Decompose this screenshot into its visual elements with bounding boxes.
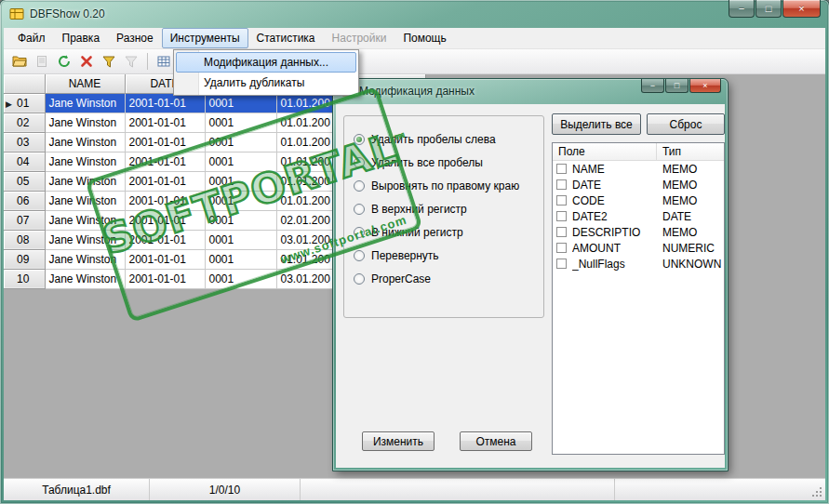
row-header[interactable]: 10 — [4, 269, 45, 288]
cell-date[interactable]: 2001-01-01 — [125, 210, 205, 230]
menu-statistics[interactable]: Статистика — [248, 28, 324, 48]
row-header[interactable]: 02 — [4, 113, 45, 132]
list-item[interactable]: DATEMEMO — [553, 177, 724, 192]
cell-code[interactable]: 0001 — [205, 171, 276, 191]
cell-name[interactable]: Jane Winston — [45, 191, 125, 210]
row-header[interactable]: 09 — [4, 249, 45, 269]
row-header[interactable]: ▶01 — [4, 93, 45, 113]
export-button[interactable] — [31, 51, 52, 72]
column-header-field[interactable]: Поле — [553, 143, 657, 160]
cell-name[interactable]: Jane Winston — [45, 93, 125, 113]
option-reverse[interactable]: Перевернуть — [344, 244, 543, 267]
cell-date[interactable]: 2001-01-01 — [125, 152, 205, 171]
list-item[interactable]: _NullFlagsUNKNOWN — [553, 256, 724, 272]
open-file-button[interactable] — [8, 51, 30, 72]
checkbox-icon[interactable] — [556, 243, 567, 253]
cell-code[interactable]: 0001 — [205, 249, 276, 269]
row-header[interactable]: 06 — [4, 191, 45, 210]
row-header[interactable]: 08 — [4, 230, 45, 249]
cancel-button[interactable]: Отмена — [460, 431, 532, 451]
list-item[interactable]: NAMEMEMO — [553, 161, 724, 177]
list-item[interactable]: AMOUNTNUMERIC — [553, 240, 724, 256]
option-propercase[interactable]: ProperCase — [344, 267, 543, 290]
select-all-button[interactable]: Выделить все — [552, 113, 641, 135]
cell-date[interactable]: 2001-01-01 — [125, 132, 205, 152]
cell-name[interactable]: Jane Winston — [45, 113, 125, 132]
cell-date[interactable]: 2001-01-01 — [125, 93, 205, 113]
column-header-type[interactable]: Тип — [657, 143, 724, 160]
dialog-maximize-button[interactable]: □ — [665, 79, 689, 93]
cell-name[interactable]: Jane Winston — [45, 132, 125, 152]
row-number: 09 — [17, 253, 29, 266]
checkbox-icon[interactable] — [556, 195, 567, 206]
table-structure-button[interactable] — [153, 51, 174, 72]
dialog-close-button[interactable]: × — [689, 79, 721, 93]
cell-date[interactable]: 2001-01-01 — [125, 191, 205, 210]
cell-code[interactable]: 0001 — [205, 132, 276, 152]
menu-settings[interactable]: Настройки — [324, 28, 395, 48]
toolbar-separator — [147, 53, 148, 70]
filter-clear-button[interactable] — [120, 51, 141, 72]
cell-code[interactable]: 0001 — [205, 93, 276, 113]
close-button[interactable]: × — [782, 0, 821, 18]
filter-button[interactable] — [98, 51, 119, 72]
maximize-button[interactable]: □ — [755, 0, 782, 18]
menu-edit[interactable]: Правка — [54, 28, 109, 48]
field-type: UNKNOWN — [656, 258, 721, 271]
dialog-title: Модификация данных — [359, 85, 475, 98]
close-icon: × — [702, 81, 707, 90]
refresh-button[interactable] — [53, 51, 74, 72]
checkbox-icon[interactable] — [556, 164, 567, 174]
column-header-marker[interactable] — [4, 74, 45, 93]
menu-help[interactable]: Помощь — [394, 28, 454, 48]
cell-name[interactable]: Jane Winston — [45, 171, 125, 191]
checkbox-icon[interactable] — [556, 259, 567, 269]
cell-date[interactable]: 2001-01-01 — [125, 230, 205, 249]
cell-date[interactable]: 2001-01-01 — [125, 171, 205, 191]
column-header-name[interactable]: NAME — [45, 74, 125, 93]
cell-code[interactable]: 0001 — [205, 113, 276, 132]
cell-name[interactable]: Jane Winston — [45, 230, 125, 249]
cell-code[interactable]: 0001 — [205, 210, 276, 230]
checkbox-icon[interactable] — [556, 179, 567, 190]
cell-code[interactable]: 0001 — [205, 269, 276, 288]
menu-file[interactable]: Файл — [9, 28, 54, 48]
option-trim-all[interactable]: Удалить все пробелы — [344, 151, 543, 174]
cell-code[interactable]: 0001 — [205, 152, 276, 171]
option-lowercase[interactable]: В нижний регистр — [344, 220, 543, 244]
delete-button[interactable] — [75, 51, 97, 72]
list-item[interactable]: DATE2DATE — [553, 208, 724, 224]
menu-misc[interactable]: Разное — [108, 28, 162, 48]
row-header[interactable]: 03 — [4, 132, 45, 152]
list-item[interactable]: DESCRIPTIOMEMO — [553, 224, 724, 240]
row-header[interactable]: 05 — [4, 171, 45, 191]
row-number: 01 — [17, 97, 29, 110]
menu-item-remove-duplicates[interactable]: Удалить дубликаты — [176, 73, 356, 93]
option-uppercase[interactable]: В верхний регистр — [344, 197, 543, 220]
cell-code[interactable]: 0001 — [205, 230, 276, 249]
cell-date[interactable]: 2001-01-01 — [125, 113, 205, 132]
option-trim-left[interactable]: Удалить пробелы слева — [344, 127, 543, 151]
menu-tools[interactable]: Инструменты — [162, 28, 248, 48]
cell-name[interactable]: Jane Winston — [45, 210, 125, 230]
option-align-right[interactable]: Выровнять по правому краю — [344, 174, 543, 197]
menu-item-data-modification[interactable]: Модификация данных... — [176, 52, 356, 73]
checkbox-icon[interactable] — [556, 211, 567, 221]
cell-name[interactable]: Jane Winston — [45, 152, 125, 171]
apply-button[interactable]: Изменить — [362, 431, 435, 451]
cell-name[interactable]: Jane Winston — [45, 269, 125, 288]
resize-grip[interactable] — [811, 486, 823, 498]
minimize-button[interactable]: − — [729, 0, 755, 18]
status-position: 1/0/10 — [150, 479, 301, 500]
row-header[interactable]: 04 — [4, 152, 45, 171]
list-item[interactable]: CODEMEMO — [553, 192, 724, 208]
cell-code[interactable]: 0001 — [205, 191, 276, 210]
cell-date[interactable]: 2001-01-01 — [125, 249, 205, 269]
field-type: MEMO — [656, 194, 697, 207]
cell-date[interactable]: 2001-01-01 — [125, 269, 205, 288]
checkbox-icon[interactable] — [556, 227, 567, 237]
row-header[interactable]: 07 — [4, 210, 45, 230]
cell-name[interactable]: Jane Winston — [45, 249, 125, 269]
reset-button[interactable]: Сброс — [647, 113, 725, 135]
dialog-minimize-button[interactable]: − — [641, 79, 664, 93]
